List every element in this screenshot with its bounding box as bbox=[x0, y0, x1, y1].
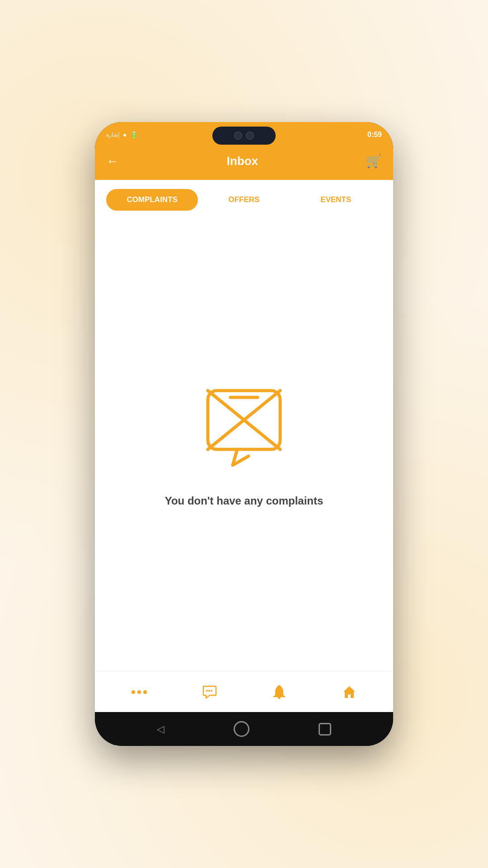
bottom-nav bbox=[95, 671, 393, 712]
svg-point-8 bbox=[211, 690, 212, 692]
camera-lens-left bbox=[234, 132, 242, 140]
cart-icon[interactable]: 🛒 bbox=[366, 154, 382, 169]
svg-point-6 bbox=[206, 690, 208, 692]
camera-lens-right bbox=[246, 132, 254, 140]
empty-envelope-icon bbox=[194, 382, 294, 481]
android-home-button[interactable] bbox=[234, 721, 249, 737]
app-header: ← Inbox 🛒 bbox=[95, 147, 393, 180]
svg-line-2 bbox=[244, 391, 280, 420]
screen-content: COMPLAINTS OFFERS EVENTS bbox=[95, 180, 393, 712]
phone-frame: إشارة ● 🔋 0:59 ← Inbox 🛒 COMPLAINTS OFFE… bbox=[95, 122, 393, 746]
status-app-icon: إشارة bbox=[106, 132, 119, 138]
empty-state: You don't have any complaints bbox=[95, 217, 393, 671]
status-left-icons: إشارة ● 🔋 bbox=[106, 131, 138, 138]
svg-line-1 bbox=[208, 391, 244, 420]
android-nav-bar: ◁ bbox=[95, 712, 393, 746]
tab-events[interactable]: EVENTS bbox=[290, 189, 382, 211]
tab-bar: COMPLAINTS OFFERS EVENTS bbox=[95, 180, 393, 217]
chat-icon bbox=[202, 684, 217, 700]
home-button[interactable] bbox=[342, 684, 357, 700]
svg-line-3 bbox=[208, 420, 244, 449]
empty-message: You don't have any complaints bbox=[165, 495, 324, 507]
status-battery-icon: 🔋 bbox=[130, 131, 138, 138]
svg-point-7 bbox=[208, 690, 210, 692]
android-recents-button[interactable] bbox=[319, 723, 331, 736]
camera-notch bbox=[212, 127, 276, 145]
android-back-button[interactable]: ◁ bbox=[157, 723, 164, 735]
home-icon bbox=[342, 684, 357, 700]
more-button[interactable] bbox=[131, 690, 147, 694]
back-button[interactable]: ← bbox=[106, 154, 119, 169]
page-title: Inbox bbox=[227, 154, 258, 168]
status-circle-icon: ● bbox=[123, 131, 127, 138]
tab-complaints[interactable]: COMPLAINTS bbox=[106, 189, 198, 211]
status-time: 0:59 bbox=[367, 131, 382, 139]
chat-button[interactable] bbox=[202, 684, 217, 700]
notifications-button[interactable] bbox=[272, 684, 287, 700]
svg-line-4 bbox=[244, 420, 280, 449]
more-dots-icon bbox=[131, 690, 147, 694]
tab-offers[interactable]: OFFERS bbox=[198, 189, 290, 211]
bell-icon bbox=[272, 684, 287, 700]
